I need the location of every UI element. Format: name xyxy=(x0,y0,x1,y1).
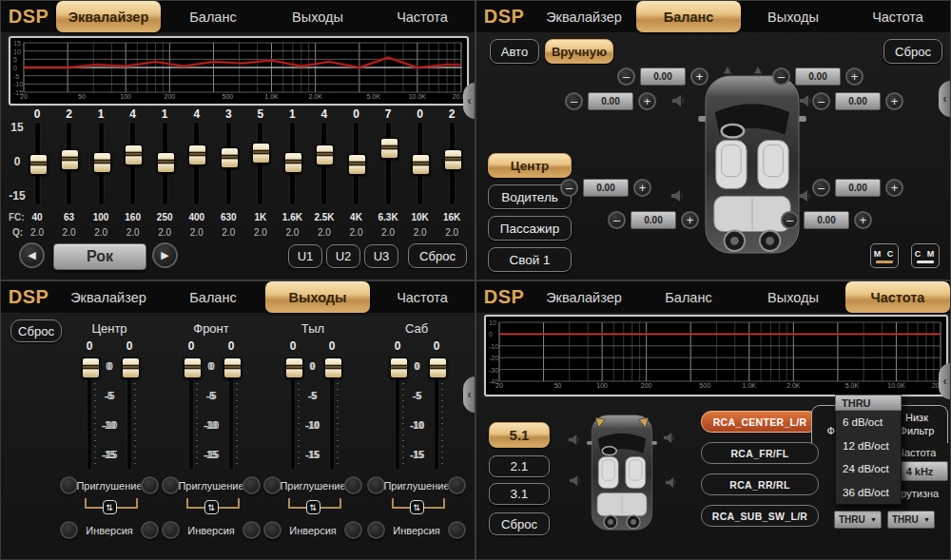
link-channels-button[interactable]: ⇅ xyxy=(103,500,117,514)
output-slider-knob[interactable] xyxy=(122,357,140,378)
link-channels-button[interactable]: ⇅ xyxy=(306,500,320,514)
tab-frequency[interactable]: Частота xyxy=(845,1,950,32)
slope-option[interactable]: 12 dB/oct xyxy=(835,434,902,458)
eq-reset-button[interactable]: Сброс xyxy=(408,243,467,268)
eq-band-slider-knob[interactable] xyxy=(284,152,302,173)
balance-reset-button[interactable]: Сброс xyxy=(883,39,942,64)
minus-button[interactable]: – xyxy=(812,179,830,197)
output-slider-knob[interactable] xyxy=(429,357,447,378)
drawer-handle[interactable]: ‹ xyxy=(939,81,951,117)
position-button-2[interactable]: Пассажир xyxy=(488,216,572,241)
tab-outputs[interactable]: Выходы xyxy=(265,1,370,32)
plus-button[interactable]: + xyxy=(681,211,699,229)
eq-band-slider-knob[interactable] xyxy=(221,147,239,168)
user-preset-2-button[interactable]: U2 xyxy=(326,244,360,268)
slope-option[interactable]: 36 dB/oct xyxy=(835,481,902,506)
tab-balance[interactable]: Баланс xyxy=(161,281,265,313)
eq-band-slider-track[interactable] xyxy=(386,123,391,204)
mute-right-toggle[interactable] xyxy=(141,476,159,494)
minus-button[interactable]: – xyxy=(560,179,578,197)
hp-slope-select[interactable]: THRU ▼ xyxy=(834,511,882,529)
tab-equalizer[interactable]: Эквалайзер xyxy=(532,1,636,32)
invert-left-toggle[interactable] xyxy=(367,521,385,539)
lp-slope-select[interactable]: THRU ▼ xyxy=(887,511,935,529)
minus-button[interactable]: – xyxy=(608,211,626,229)
mute-left-toggle[interactable] xyxy=(162,476,180,494)
eq-band-slider-knob[interactable] xyxy=(157,152,175,173)
cm-button[interactable]: C M xyxy=(911,243,940,268)
rca-channel-button-1[interactable]: RCA_FR/FL xyxy=(701,442,819,464)
tab-equalizer[interactable]: Эквалайзер xyxy=(532,281,636,313)
plus-button[interactable]: + xyxy=(885,92,903,110)
tab-frequency[interactable]: Частота xyxy=(370,1,475,32)
rca-channel-button-2[interactable]: RCA_RR/RL xyxy=(701,473,819,495)
tab-balance[interactable]: Баланс xyxy=(161,1,265,32)
user-preset-3-button[interactable]: U3 xyxy=(364,244,398,268)
balance-auto-button[interactable]: Авто xyxy=(490,39,539,64)
plus-button[interactable]: + xyxy=(885,179,903,197)
slope-dropdown-selected[interactable]: THRU xyxy=(835,395,902,411)
mode-button-3.1[interactable]: 3.1 xyxy=(489,483,550,505)
preset-display[interactable]: Рок xyxy=(53,243,146,270)
drawer-handle[interactable]: ‹ xyxy=(463,377,476,413)
position-button-1[interactable]: Водитель xyxy=(488,184,572,209)
tab-frequency[interactable]: Частота xyxy=(370,281,475,313)
link-channels-button[interactable]: ⇅ xyxy=(410,500,424,514)
eq-band-slider-knob[interactable] xyxy=(380,138,398,159)
tab-balance[interactable]: Баланс xyxy=(636,1,741,32)
invert-left-toggle[interactable] xyxy=(263,521,281,539)
eq-band-slider-knob[interactable] xyxy=(125,145,143,165)
tab-equalizer[interactable]: Эквалайзер xyxy=(56,1,161,32)
mute-right-toggle[interactable] xyxy=(448,476,466,494)
freq-reset-button[interactable]: Сброс xyxy=(489,512,550,535)
eq-band-slider-knob[interactable] xyxy=(188,145,206,165)
plus-button[interactable]: + xyxy=(638,92,656,110)
rca-channel-button-0[interactable]: RCA_CENTER_L/R xyxy=(701,411,819,433)
output-slider-knob[interactable] xyxy=(223,357,242,378)
outputs-reset-button[interactable]: Сброс xyxy=(10,319,62,342)
minus-button[interactable]: – xyxy=(781,211,799,229)
plus-button[interactable]: + xyxy=(633,179,651,197)
mute-left-toggle[interactable] xyxy=(263,476,281,494)
eq-band-slider-knob[interactable] xyxy=(252,143,270,164)
mute-right-toggle[interactable] xyxy=(344,476,362,494)
eq-band-slider-knob[interactable] xyxy=(444,149,462,170)
mute-left-toggle[interactable] xyxy=(367,476,385,494)
plus-button[interactable]: + xyxy=(690,68,708,86)
position-button-0[interactable]: Центр xyxy=(488,153,572,178)
eq-band-slider-track[interactable] xyxy=(258,123,262,204)
user-preset-1-button[interactable]: U1 xyxy=(288,244,322,268)
minus-button[interactable]: – xyxy=(772,68,790,86)
mc-button[interactable]: M C xyxy=(870,243,899,268)
mode-button-5.1[interactable]: 5.1 xyxy=(489,422,550,448)
preset-next-button[interactable]: ▶ xyxy=(152,242,178,268)
invert-left-toggle[interactable] xyxy=(162,521,180,539)
position-button-3[interactable]: Свой 1 xyxy=(488,247,572,272)
preset-prev-button[interactable]: ◀ xyxy=(19,242,45,268)
eq-band-slider-knob[interactable] xyxy=(316,145,334,165)
drawer-handle[interactable]: ‹ xyxy=(939,363,951,399)
minus-button[interactable]: – xyxy=(565,92,583,110)
tab-balance[interactable]: Баланс xyxy=(636,281,741,313)
plus-button[interactable]: + xyxy=(845,68,864,86)
drawer-handle[interactable]: ‹ xyxy=(463,83,476,119)
mute-left-toggle[interactable] xyxy=(60,476,78,494)
invert-right-toggle[interactable] xyxy=(344,521,362,539)
invert-right-toggle[interactable] xyxy=(448,521,466,539)
rca-channel-button-3[interactable]: RCA_SUB_SW_L/R xyxy=(701,505,819,527)
tab-outputs[interactable]: Выходы xyxy=(265,281,370,313)
slope-option[interactable]: 24 dB/oct xyxy=(835,457,902,481)
mode-button-2.1[interactable]: 2.1 xyxy=(489,455,550,477)
link-channels-button[interactable]: ⇅ xyxy=(204,500,219,514)
tab-equalizer[interactable]: Эквалайзер xyxy=(56,281,161,313)
tab-outputs[interactable]: Выходы xyxy=(741,281,845,313)
plus-button[interactable]: + xyxy=(854,211,872,229)
eq-band-slider-knob[interactable] xyxy=(412,154,430,175)
output-slider-knob[interactable] xyxy=(324,357,342,378)
tab-outputs[interactable]: Выходы xyxy=(741,1,845,32)
invert-right-toggle[interactable] xyxy=(243,521,261,539)
eq-band-slider-knob[interactable] xyxy=(93,152,111,173)
minus-button[interactable]: – xyxy=(812,92,830,110)
eq-band-slider-knob[interactable] xyxy=(61,149,79,170)
mute-right-toggle[interactable] xyxy=(243,476,261,494)
